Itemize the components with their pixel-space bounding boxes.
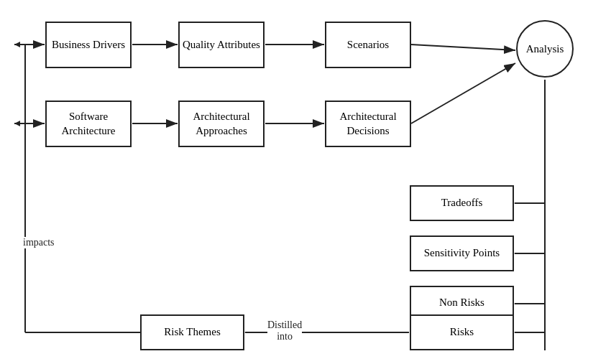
architectural-approaches-label: ArchitecturalApproaches xyxy=(193,110,249,138)
diagram-container: Business Drivers Quality Attributes Scen… xyxy=(0,0,611,364)
analysis-circle: Analysis xyxy=(516,20,574,78)
architectural-decisions-box: ArchitecturalDecisions xyxy=(325,101,411,147)
quality-attributes-label: Quality Attributes xyxy=(183,38,260,52)
distilled-into-label: Distilledinto xyxy=(267,319,302,342)
software-architecture-label: SoftwareArchitecture xyxy=(62,110,116,138)
business-drivers-label: Business Drivers xyxy=(52,38,125,52)
risks-label: Risks xyxy=(450,325,474,340)
svg-line-9 xyxy=(411,63,515,123)
non-risks-label: Non Risks xyxy=(439,296,484,310)
svg-marker-21 xyxy=(14,121,20,126)
risks-box: Risks xyxy=(410,314,514,350)
svg-line-5 xyxy=(411,45,515,50)
tradeoffs-label: Tradeoffs xyxy=(441,196,483,210)
architectural-approaches-box: ArchitecturalApproaches xyxy=(178,101,265,147)
scenarios-label: Scenarios xyxy=(347,38,389,52)
impacts-label: impacts xyxy=(23,237,55,248)
business-drivers-box: Business Drivers xyxy=(45,22,132,68)
risk-themes-label: Risk Themes xyxy=(164,325,220,340)
quality-attributes-box: Quality Attributes xyxy=(178,22,265,68)
analysis-label: Analysis xyxy=(526,43,564,55)
sensitivity-points-label: Sensitivity Points xyxy=(424,246,500,261)
tradeoffs-box: Tradeoffs xyxy=(410,185,514,221)
svg-marker-20 xyxy=(14,42,20,47)
risk-themes-box: Risk Themes xyxy=(140,314,244,350)
architectural-decisions-label: ArchitecturalDecisions xyxy=(339,110,396,138)
sensitivity-points-box: Sensitivity Points xyxy=(410,235,514,271)
software-architecture-box: SoftwareArchitecture xyxy=(45,101,132,147)
scenarios-box: Scenarios xyxy=(325,22,411,68)
